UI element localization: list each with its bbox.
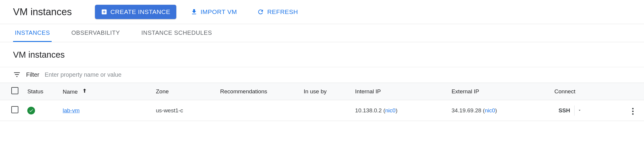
cell-recommendations [217,100,300,121]
column-header-status[interactable]: Status [24,83,59,100]
import-vm-label: IMPORT VM [201,8,237,15]
row-checkbox[interactable] [11,106,18,113]
add-box-icon [101,9,107,15]
column-header-in-use-by[interactable]: In use by [300,83,351,100]
section-title: VM instances [0,42,644,67]
internal-nic-link[interactable]: nic0 [385,107,396,114]
create-instance-label: CREATE INSTANCE [110,8,170,15]
column-header-external-ip[interactable]: External IP [448,83,551,100]
tab-instance-schedules[interactable]: INSTANCE SCHEDULES [139,24,214,42]
refresh-label: REFRESH [267,8,298,15]
table-row: lab-vm us-west1-c 10.138.0.2 (nic0) 34.1… [0,100,644,121]
import-vm-button[interactable]: IMPORT VM [185,5,243,19]
filter-input[interactable] [45,71,193,78]
ssh-button[interactable]: SSH [554,106,574,116]
page-title: VM instances [13,6,72,18]
caret-down-icon [578,108,582,112]
refresh-icon [257,8,264,15]
cell-zone: us-west1-c [152,100,217,121]
import-icon [191,8,198,15]
tabs: INSTANCES OBSERVABILITY INSTANCE SCHEDUL… [0,24,644,42]
instance-name-link[interactable]: lab-vm [63,107,80,114]
status-running-icon [27,107,35,114]
internal-ip-value: 10.138.0.2 [355,107,382,114]
column-header-name[interactable]: Name [59,83,152,100]
tab-instances[interactable]: INSTANCES [13,24,52,42]
external-nic-link[interactable]: nic0 [485,107,495,114]
external-ip-value: 34.19.69.28 [451,107,481,114]
ssh-dropdown-button[interactable] [574,106,585,116]
filter-label: Filter [26,71,39,78]
column-header-name-label: Name [63,89,78,95]
column-header-internal-ip[interactable]: Internal IP [352,83,448,100]
column-header-zone[interactable]: Zone [152,83,217,100]
sort-ascending-icon [82,88,88,95]
filter-icon[interactable] [13,71,21,78]
refresh-button[interactable]: REFRESH [251,5,304,19]
select-all-checkbox[interactable] [11,87,18,94]
column-header-connect[interactable]: Connect [551,83,621,100]
tab-observability[interactable]: OBSERVABILITY [69,24,122,42]
column-header-recommendations[interactable]: Recommendations [217,83,300,100]
create-instance-button[interactable]: CREATE INSTANCE [95,5,176,19]
cell-internal-ip: 10.138.0.2 (nic0) [352,100,448,121]
more-actions-button[interactable] [630,106,635,117]
cell-external-ip: 34.19.69.28 (nic0) [448,100,551,121]
cell-in-use-by [300,100,351,121]
